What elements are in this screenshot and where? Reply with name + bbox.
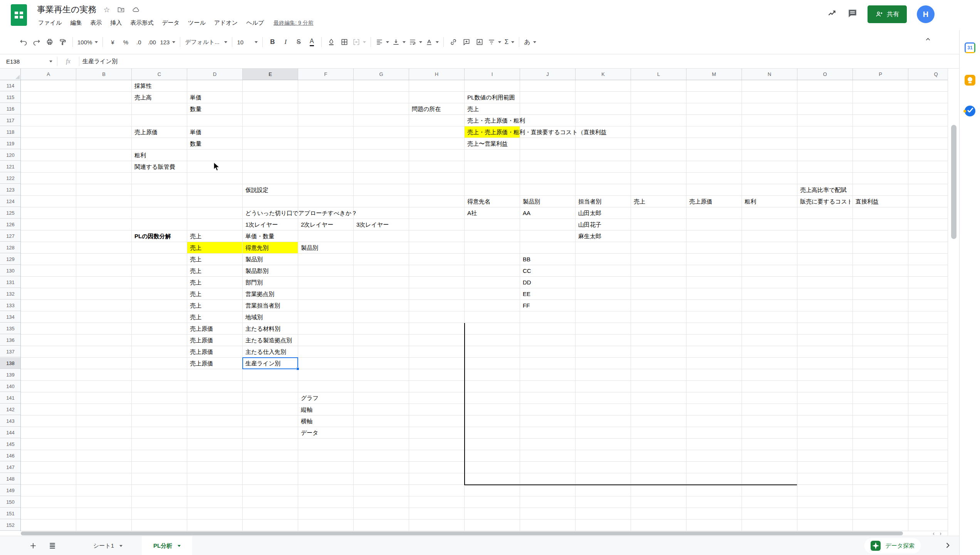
italic-button[interactable]: I (279, 35, 292, 49)
menu-item[interactable]: 表示形式 (126, 18, 158, 28)
row-header[interactable]: 133 (0, 300, 21, 311)
row-header[interactable]: 121 (0, 161, 21, 172)
row-header[interactable]: 124 (0, 196, 21, 207)
font-size-select[interactable]: 10 (235, 35, 259, 49)
cell[interactable]: BB (520, 254, 530, 265)
cloud-saved-icon[interactable] (132, 6, 140, 13)
cell[interactable]: 仮説設定 (243, 184, 268, 196)
insights-icon[interactable] (827, 8, 837, 20)
cell[interactable]: 営業担当者別 (243, 300, 280, 311)
row-header[interactable]: 141 (0, 392, 21, 404)
document-title[interactable]: 事業再生の実務 (37, 4, 97, 15)
filter-button[interactable] (486, 35, 503, 49)
explore-button[interactable]: データ探索 (864, 538, 921, 553)
cell[interactable]: 粗利 (742, 196, 756, 207)
row-header[interactable]: 146 (0, 450, 21, 461)
cell[interactable]: 麻生太郎 (576, 230, 601, 242)
row-header[interactable]: 119 (0, 138, 21, 149)
cell[interactable]: 売上原価 (187, 323, 213, 335)
format-currency-button[interactable]: ¥ (106, 35, 119, 49)
move-folder-icon[interactable] (117, 6, 125, 13)
star-icon[interactable]: ☆ (104, 5, 110, 14)
cell[interactable]: 売上高比率で配賦 (797, 184, 846, 196)
vertical-scrollbar[interactable] (948, 69, 959, 536)
cell[interactable]: 山田花子 (576, 219, 601, 230)
cell[interactable]: 売上 (187, 254, 201, 265)
row-header[interactable]: 147 (0, 462, 21, 473)
functions-button[interactable]: Σ (503, 35, 516, 49)
cell[interactable]: 売上〜営業利益 (465, 138, 508, 150)
row-header[interactable]: 128 (0, 242, 21, 253)
text-rotation-button[interactable] (424, 35, 440, 49)
cell[interactable]: 部門別 (243, 277, 263, 288)
cell[interactable]: 地域別 (243, 311, 263, 323)
add-sheet-button[interactable] (29, 536, 37, 555)
cell[interactable]: 問題の所在 (409, 103, 441, 115)
row-header[interactable]: 135 (0, 323, 21, 334)
menu-item[interactable]: 表示 (86, 18, 106, 28)
row-header[interactable]: 145 (0, 439, 21, 450)
cell[interactable]: EE (520, 288, 530, 300)
undo-button[interactable] (17, 35, 30, 49)
bold-button[interactable]: B (266, 35, 279, 49)
cell[interactable]: 製品郡別 (243, 265, 268, 277)
cell[interactable]: 売上・売上原価・粗利 (465, 115, 525, 126)
cell[interactable]: 1次レイヤー (243, 219, 278, 230)
cell[interactable]: 縦軸 (298, 404, 312, 415)
name-box[interactable]: E138 (0, 58, 57, 65)
row-header[interactable]: 142 (0, 404, 21, 415)
row-header[interactable]: 118 (0, 126, 21, 138)
cell[interactable]: 単価 (187, 126, 201, 138)
cell[interactable]: 売上原価 (187, 358, 213, 369)
share-button[interactable]: 共有 (868, 5, 907, 23)
decrease-decimal-button[interactable]: .0 (132, 35, 145, 49)
cell[interactable]: 直接利益 (853, 196, 879, 207)
sheet-tab-pl-analysis[interactable]: PL分析 (142, 536, 192, 555)
zoom-select[interactable]: 100% (76, 35, 99, 49)
row-header[interactable]: 117 (0, 115, 21, 126)
row-header[interactable]: 120 (0, 150, 21, 161)
cell[interactable]: 山田太郎 (576, 207, 601, 219)
redo-button[interactable] (30, 35, 43, 49)
row-header[interactable]: 114 (0, 80, 21, 91)
column-header[interactable]: Q (908, 69, 948, 80)
cell[interactable]: CC (520, 265, 531, 277)
cell[interactable]: 売上原価 (132, 126, 158, 138)
cell[interactable]: 営業拠点別 (243, 288, 274, 300)
input-tools-button[interactable]: あ (522, 35, 537, 49)
column-header[interactable]: F (298, 69, 354, 80)
menu-item[interactable]: データ (158, 18, 184, 28)
menu-item[interactable]: アドオン (210, 18, 242, 28)
column-header[interactable]: K (576, 69, 631, 80)
cell[interactable]: 得意先別 (243, 242, 268, 254)
format-percent-button[interactable]: % (119, 35, 132, 49)
row-header[interactable]: 132 (0, 288, 21, 299)
sheet-tab-sheet1[interactable]: シート1 (84, 536, 132, 555)
cell[interactable]: 関連する販管費 (132, 161, 175, 173)
row-header[interactable]: 126 (0, 219, 21, 230)
row-header[interactable]: 151 (0, 508, 21, 519)
cell[interactable]: FF (520, 300, 530, 311)
row-header[interactable]: 149 (0, 485, 21, 496)
row-header[interactable]: 137 (0, 346, 21, 357)
cell[interactable]: 売上 (187, 265, 201, 277)
strikethrough-button[interactable]: S (292, 35, 305, 49)
cell[interactable]: PLの因数分解 (132, 230, 171, 242)
column-header[interactable]: B (76, 69, 132, 80)
row-header[interactable]: 138 (0, 358, 21, 369)
row-header[interactable]: 122 (0, 173, 21, 184)
row-header[interactable]: 125 (0, 207, 21, 219)
column-header[interactable]: G (354, 69, 409, 80)
cell[interactable]: 製品別 (298, 242, 318, 254)
calendar-icon[interactable]: 31 (965, 42, 975, 53)
cell[interactable]: 売上原価 (686, 196, 712, 207)
column-header[interactable]: M (686, 69, 742, 80)
cell[interactable]: 売上 (465, 103, 479, 115)
row-header[interactable]: 152 (0, 520, 21, 531)
row-header[interactable]: 129 (0, 254, 21, 265)
row-header[interactable]: 148 (0, 473, 21, 484)
cell[interactable]: 単価・数量 (243, 230, 274, 242)
column-header[interactable]: D (187, 69, 243, 80)
menu-item[interactable]: 編集 (66, 18, 86, 28)
column-header[interactable]: J (520, 69, 576, 80)
